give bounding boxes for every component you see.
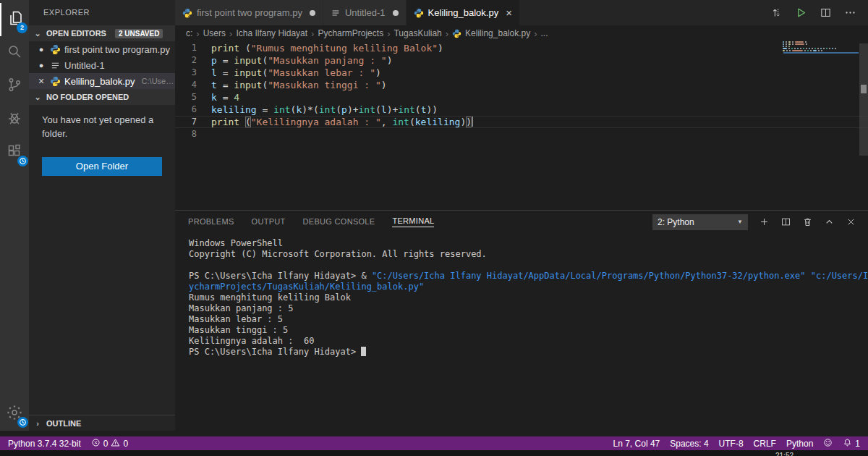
status-indentation[interactable]: Spaces: 4 — [665, 439, 713, 449]
code-text: print ("Kelilingnya adalah : ", int(keli… — [211, 116, 473, 128]
split-terminal-button[interactable] — [780, 216, 791, 227]
breadcrumb-item[interactable]: Keliling_balok.py — [465, 28, 530, 38]
open-editor-item[interactable]: ●first point two program.py... — [29, 41, 175, 57]
code-line[interactable]: 4t = input("Masukkan tinggi : ") — [175, 79, 868, 91]
code-line[interactable]: 8 — [175, 128, 868, 140]
tab-label: Keliling_balok.py — [428, 7, 499, 18]
terminal-line: Masukkan lebar : 5 — [189, 314, 868, 325]
status-label: Python 3.7.4 32-bit — [8, 439, 81, 449]
terminal-text: Windows PowerShell — [189, 238, 283, 248]
editor-tab[interactable]: Keliling_balok.py× — [407, 0, 520, 25]
activity-bar-search[interactable] — [0, 36, 29, 69]
editor-tab[interactable]: Untitled-1 — [323, 0, 407, 25]
close-panel-button[interactable] — [846, 216, 856, 227]
open-editor-label: Untitled-1 — [64, 60, 105, 71]
status-python-interpreter[interactable]: Python 3.7.4 32-bit — [3, 436, 86, 450]
minimap-token — [814, 48, 816, 49]
new-terminal-button[interactable] — [759, 216, 770, 227]
activity-bar-source-control[interactable] — [0, 69, 29, 103]
run-button[interactable] — [795, 7, 807, 19]
terminal-picker-select[interactable]: 2: Python▼ — [652, 214, 748, 230]
breadcrumb-item[interactable]: Icha Ilfany Hidayat — [236, 28, 307, 38]
minimap[interactable] — [783, 41, 858, 52]
breadcrumb-item[interactable]: ... — [541, 28, 548, 38]
code-line[interactable]: 3l = input("Masukkan lebar : ") — [175, 67, 868, 79]
modified-dot-icon[interactable]: ● — [36, 61, 46, 69]
terminal-output[interactable]: Windows PowerShellCopyright (C) Microsof… — [175, 233, 868, 431]
status-eol[interactable]: CRLF — [749, 439, 781, 449]
panel-tab-output[interactable]: OUTPUT — [252, 217, 286, 227]
token: l — [211, 67, 223, 78]
code-line[interactable]: 2p = input("Masukkan panjang : ") — [175, 54, 868, 67]
tab-close-icon[interactable]: × — [506, 7, 512, 18]
terminal-text: Kelilingnya adalah : 60 — [189, 336, 314, 346]
panel-tab-debug-console[interactable]: DEBUG CONSOLE — [303, 217, 375, 227]
breadcrumb-item[interactable]: PycharmProjects — [318, 28, 383, 38]
breadcrumb-separator: › — [387, 28, 390, 39]
code-line[interactable]: 7print ("Kelilingnya adalah : ", int(kel… — [175, 116, 868, 128]
python-icon — [50, 76, 61, 87]
close-icon[interactable]: × — [36, 75, 46, 87]
chevron-down-icon: ⌄ — [32, 93, 43, 102]
token: "Rumus menghitung keliling Balok" — [251, 43, 438, 54]
open-editor-item[interactable]: ●Untitled-1 — [29, 57, 175, 73]
status-cursor-position[interactable]: Ln 7, Col 47 — [608, 439, 665, 449]
activity-bar-extensions[interactable] — [0, 136, 29, 169]
compare-button[interactable] — [770, 7, 783, 19]
maximize-panel-button[interactable] — [824, 216, 835, 227]
breadcrumb-item[interactable]: Users — [203, 28, 226, 38]
file-icon — [50, 60, 61, 71]
code-line[interactable]: 5k = 4 — [175, 91, 868, 104]
more-actions-button[interactable] — [844, 7, 856, 19]
outline-section-header[interactable]: › OUTLINE — [29, 415, 175, 431]
unsaved-count-badge: 2 UNSAVED — [115, 29, 163, 38]
status-notifications[interactable]: 1 — [838, 438, 865, 449]
python-icon — [182, 8, 192, 18]
minimap-token — [812, 48, 813, 49]
breadcrumb-item[interactable]: c: — [186, 28, 192, 38]
terminal-text: PS C:\Users\Icha Ilfany Hidayat> — [189, 347, 361, 357]
token: int — [359, 104, 375, 115]
smiley-icon — [823, 438, 833, 449]
no-folder-section-header[interactable]: ⌄ NO FOLDER OPENED — [29, 89, 175, 105]
status-encoding[interactable]: UTF-8 — [714, 439, 749, 449]
activity-bar-debug[interactable] — [0, 103, 29, 136]
editor-tab[interactable]: first point two program.py — [175, 0, 323, 25]
code-line[interactable]: 6keliling = int(k)*(int(p)+int(l)+int(t)… — [175, 104, 868, 116]
editor-scrollbar[interactable] — [859, 43, 868, 156]
breadcrumb-item[interactable]: TugasKuliah — [393, 28, 441, 38]
terminal-text: Masukkan panjang : 5 — [189, 303, 294, 313]
status-label: 1 — [855, 439, 860, 449]
badge-count: 2 — [17, 22, 27, 33]
open-folder-button[interactable]: Open Folder — [42, 157, 162, 176]
minimap-slider[interactable] — [861, 85, 867, 93]
status-problems[interactable]: 00 — [86, 436, 133, 450]
open-editors-section-header[interactable]: ⌄ OPEN EDITORS 2 UNSAVED — [29, 25, 175, 41]
activity-bar-settings[interactable] — [0, 397, 29, 431]
modified-dot-icon[interactable]: ● — [36, 45, 46, 54]
panel-header: PROBLEMSOUTPUTDEBUG CONSOLETERMINAL2: Py… — [175, 211, 868, 233]
code-editor[interactable]: 1print ("Rumus menghitung keliling Balok… — [175, 41, 868, 210]
panel-tab-problems[interactable]: PROBLEMS — [188, 217, 234, 227]
status-feedback[interactable] — [818, 438, 838, 449]
unsaved-dot-icon[interactable] — [310, 10, 315, 16]
token: t — [211, 80, 223, 90]
minimap-token — [792, 41, 793, 43]
line-number: 4 — [175, 79, 211, 91]
kill-terminal-button[interactable] — [802, 216, 813, 227]
minimap-token — [829, 48, 830, 49]
activity-bar-explorer[interactable]: 2 — [0, 3, 29, 36]
split-editor-button[interactable] — [820, 7, 832, 19]
token: p — [211, 55, 223, 66]
terminal-line — [189, 260, 868, 271]
terminal-text: Copyright (C) Microsoft Corporation. All… — [189, 249, 487, 259]
terminal-line: Copyright (C) Microsoft Corporation. All… — [189, 249, 868, 260]
open-editor-item[interactable]: ×Keliling_balok.pyC:\Users\Ich... — [29, 73, 175, 89]
code-line[interactable]: 1print ("Rumus menghitung keliling Balok… — [175, 42, 868, 54]
status-language-mode[interactable]: Python — [781, 439, 818, 449]
token: ( — [409, 117, 415, 127]
panel-tab-terminal[interactable]: TERMINAL — [392, 216, 434, 227]
token: print — [211, 117, 239, 127]
unsaved-dot-icon[interactable] — [393, 10, 399, 16]
terminal-line: PS C:\Users\Icha Ilfany Hidayat> — [189, 347, 868, 358]
